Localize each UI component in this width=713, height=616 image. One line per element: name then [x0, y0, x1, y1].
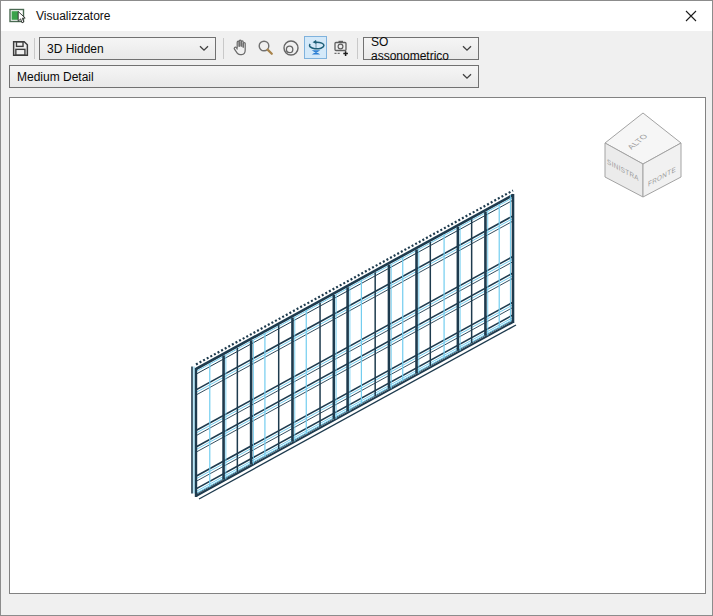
detail-level-value: Medium Detail — [17, 70, 94, 84]
visualizzatore-dialog: Visualizzatore 3D Hidden — [0, 0, 713, 616]
window-title: Visualizzatore — [36, 9, 110, 23]
swivel-orbit-icon — [306, 38, 326, 58]
save-image-button[interactable] — [9, 37, 32, 60]
toolbar-separator — [34, 38, 35, 59]
chevron-down-icon — [199, 45, 209, 52]
orbit-icon — [281, 38, 301, 58]
model-edge — [196, 307, 513, 481]
close-button[interactable] — [670, 1, 712, 31]
model-edge — [196, 218, 513, 392]
camera-button[interactable] — [329, 36, 352, 59]
chevron-down-icon — [462, 45, 472, 52]
view-direction-combo[interactable]: SO assonometrico — [363, 37, 479, 60]
zoom-button[interactable] — [254, 36, 277, 59]
model-edge — [196, 191, 513, 365]
toolbar-separator — [357, 38, 358, 59]
model-edge — [196, 276, 513, 450]
model-edge — [196, 221, 513, 395]
chevron-down-icon — [462, 73, 472, 80]
model-edge — [196, 278, 513, 452]
camera-add-icon — [331, 38, 351, 58]
save-icon — [11, 39, 30, 58]
model-edge — [196, 216, 513, 390]
visual-style-value: 3D Hidden — [47, 42, 104, 56]
model-edge — [196, 315, 513, 489]
model-edge — [199, 325, 516, 499]
toolbar-separator — [223, 38, 224, 59]
close-icon — [685, 10, 697, 22]
model-edge — [196, 305, 513, 479]
pan-button[interactable] — [229, 36, 252, 59]
model-edge — [196, 273, 513, 447]
visual-style-combo[interactable]: 3D Hidden — [39, 37, 216, 60]
swivel-button[interactable] — [304, 36, 327, 59]
model-edge — [196, 302, 513, 476]
view-direction-value: SO assonometrico — [371, 35, 456, 63]
zoom-magnifier-icon — [256, 38, 275, 57]
title-bar: Visualizzatore — [1, 1, 712, 31]
pan-hand-icon — [231, 38, 250, 57]
viewer-app-icon — [9, 8, 27, 25]
model-viewport[interactable]: ALTOSINISTRAFRONTE — [9, 97, 706, 594]
detail-level-combo[interactable]: Medium Detail — [9, 65, 479, 88]
orbit-button[interactable] — [279, 36, 302, 59]
viewport-canvas[interactable]: ALTOSINISTRAFRONTE — [10, 98, 705, 593]
